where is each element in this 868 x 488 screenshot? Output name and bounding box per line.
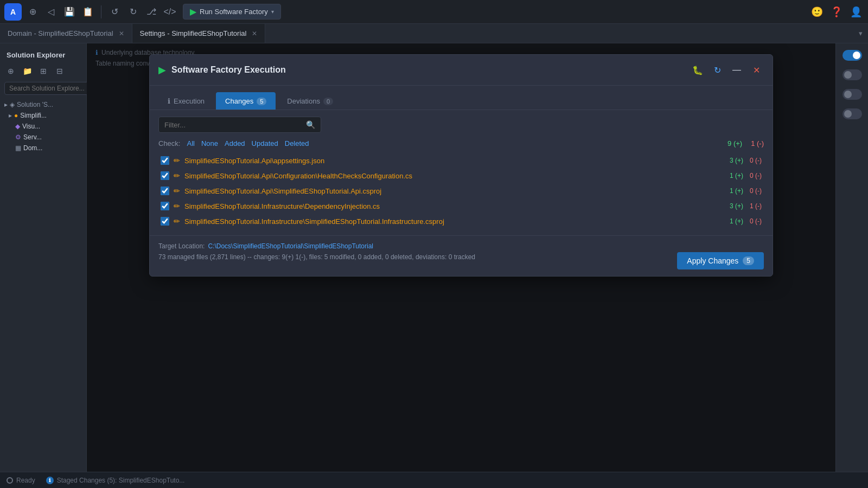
sidebar-search-input[interactable] (4, 82, 91, 95)
filter-search-icon[interactable]: 🔍 (306, 120, 315, 129)
file-name-4[interactable]: SimplifiedEShopTutorial.Infrastructure\D… (184, 202, 725, 210)
check-deleted-link[interactable]: Deleted (285, 139, 309, 147)
filter-row: 🔍 (158, 117, 764, 133)
file-edit-icon-5: ✏ (174, 217, 180, 226)
table-row: ✏ SimplifiedEShopTutorial.Api\Simplified… (158, 183, 764, 198)
tab-domain[interactable]: Domain - SimplifiedEShopTutorial ✕ (0, 24, 132, 43)
file-checkbox-4[interactable] (161, 202, 169, 210)
file-stats-5: 1 (+) 0 (-) (730, 217, 762, 225)
run-software-factory-button[interactable]: ▶ Run Software Factory ▾ (183, 4, 281, 20)
tree-item-simplified[interactable]: ▸ ● Simplifi... (0, 110, 86, 121)
dialog-minimize-button[interactable]: — (729, 62, 744, 78)
toggle-4[interactable] (843, 108, 862, 119)
file-stats-1: 3 (+) 0 (-) (730, 157, 762, 164)
file-added-5: 1 (+) (730, 217, 743, 225)
file-removed-1: 0 (-) (750, 157, 762, 164)
tab-deviations[interactable]: Deviations 0 (278, 92, 342, 110)
main-layout: Solution Explorer ⊕ 📁 ⊞ ⊟ ▸ ◈ Solution '… (0, 43, 868, 472)
check-updated-link[interactable]: Updated (252, 139, 278, 147)
toolbar-btn-redo[interactable]: ↻ (125, 4, 141, 20)
file-checkbox-3[interactable] (161, 187, 169, 195)
file-checkbox-2[interactable] (161, 171, 169, 180)
file-name-1[interactable]: SimplifiedEShopTutorial.Api\appsettings.… (184, 157, 725, 165)
sidebar-collapse-btn[interactable]: ⊟ (53, 65, 66, 78)
toolbar-btn-back[interactable]: ◁ (43, 4, 59, 20)
dialog-close-button[interactable]: ✕ (749, 62, 764, 78)
dialog-header: ▶ Software Factory Execution 🐛 ↻ — ✕ (150, 55, 773, 86)
dialog-bug-button[interactable]: 🐛 (690, 62, 705, 78)
toolbar-btn-save[interactable]: 💾 (62, 4, 77, 20)
app-logo[interactable]: A (4, 3, 22, 21)
tab-settings-label: Settings - SimplifiedEShopTutorial (140, 29, 247, 37)
toolbar-btn-code[interactable]: </> (162, 4, 177, 20)
top-toolbar: A ⊕ ◁ 💾 📋 ↺ ↻ ⎇ </> ▶ Run Software Facto… (0, 0, 868, 24)
tab-changes[interactable]: Changes 5 (216, 92, 276, 110)
tabs-row: Domain - SimplifiedEShopTutorial ✕ Setti… (0, 24, 868, 43)
file-checkbox-1[interactable] (161, 156, 169, 165)
table-row: ✏ SimplifiedEShopTutorial.Api\Configurat… (158, 168, 764, 183)
execution-tab-label: Execution (174, 97, 205, 105)
toolbar-btn-save2[interactable]: 📋 (80, 4, 95, 20)
tree-item-domain[interactable]: ▦ Dom... (0, 143, 86, 153)
dialog-tabs: ℹ Execution Changes 5 Deviations 0 (150, 86, 773, 110)
help-icon[interactable]: ❓ (829, 4, 844, 20)
tree-simplified-label: Simplifi... (20, 112, 47, 119)
toolbar-btn-branch[interactable]: ⎇ (144, 4, 159, 20)
tab-domain-close[interactable]: ✕ (119, 30, 124, 37)
tree-solution-label: Solution 'S... (17, 101, 53, 108)
account-icon[interactable]: 👤 (848, 4, 864, 20)
tree-item-service[interactable]: ⚙ Serv... (0, 132, 86, 143)
tab-execution[interactable]: ℹ Execution (158, 92, 214, 110)
check-label: Check: (158, 139, 180, 147)
dialog-title: Software Factory Execution (171, 65, 685, 75)
tab-add-button[interactable]: ▾ (853, 24, 868, 43)
execution-tab-icon: ℹ (168, 97, 170, 105)
tree-item-solution[interactable]: ▸ ◈ Solution 'S... (0, 99, 86, 110)
tab-settings-close[interactable]: ✕ (252, 30, 257, 37)
file-list: ✏ SimplifiedEShopTutorial.Api\appsetting… (158, 153, 764, 229)
toolbar-divider-1 (101, 5, 101, 18)
emoji-icon[interactable]: 🙂 (809, 4, 825, 20)
file-name-3[interactable]: SimplifiedEShopTutorial.Api\SimplifiedES… (184, 187, 725, 195)
sidebar-expand-btn[interactable]: ⊞ (37, 65, 50, 78)
toolbar-btn-undo[interactable]: ↺ (107, 4, 122, 20)
check-added-link[interactable]: Added (225, 139, 245, 147)
file-added-2: 1 (+) (730, 172, 743, 179)
toggle-2[interactable] (843, 69, 862, 80)
toolbar-btn-add[interactable]: ⊕ (25, 4, 40, 20)
total-added: 9 (+) (727, 139, 742, 147)
tree-item-visual[interactable]: ◆ Visu... (0, 121, 86, 132)
sidebar-folder-btn[interactable]: 📁 (21, 65, 34, 78)
check-none-link[interactable]: None (201, 139, 218, 147)
filter-input[interactable] (164, 121, 303, 129)
status-staged-label: Staged Changes (5): SimplifiedEShopTuto.… (57, 477, 185, 484)
status-staged: ℹ Staged Changes (5): SimplifiedEShopTut… (46, 477, 185, 484)
file-removed-3: 0 (-) (750, 187, 762, 195)
file-edit-icon-3: ✏ (174, 187, 180, 195)
file-removed-5: 0 (-) (750, 217, 762, 225)
tree-simplified-chevron: ▸ (9, 112, 12, 119)
footer-target-path[interactable]: C:\Docs\SimplifiedEShopTutorial\Simplifi… (208, 242, 373, 250)
file-removed-2: 0 (-) (750, 172, 762, 179)
tab-settings[interactable]: Settings - SimplifiedEShopTutorial ✕ (132, 24, 266, 43)
status-ready: Ready (7, 477, 35, 484)
table-row: ✏ SimplifiedEShopTutorial.Api\appsetting… (158, 153, 764, 168)
file-added-1: 3 (+) (730, 157, 743, 164)
toggle-1[interactable] (843, 50, 862, 61)
file-checkbox-5[interactable] (161, 217, 169, 226)
dialog-refresh-button[interactable]: ↻ (710, 62, 725, 78)
status-ready-label: Ready (16, 477, 35, 484)
file-name-2[interactable]: SimplifiedEShopTutorial.Api\Configuratio… (184, 172, 725, 180)
file-stats-4: 3 (+) 1 (-) (730, 202, 762, 210)
sidebar-add-btn[interactable]: ⊕ (4, 65, 17, 78)
file-added-4: 3 (+) (730, 202, 743, 210)
apply-changes-badge: 5 (743, 256, 754, 265)
dialog-header-actions: 🐛 ↻ — ✕ (690, 62, 764, 78)
file-name-5[interactable]: SimplifiedEShopTutorial.Infrastructure\S… (184, 217, 725, 226)
check-all-link[interactable]: All (187, 139, 194, 147)
status-bar: Ready ℹ Staged Changes (5): SimplifiedES… (0, 472, 868, 488)
deviations-tab-label: Deviations (287, 97, 320, 105)
toggle-3[interactable] (843, 89, 862, 100)
apply-changes-button[interactable]: Apply Changes 5 (677, 252, 764, 269)
sidebar: Solution Explorer ⊕ 📁 ⊞ ⊟ ▸ ◈ Solution '… (0, 43, 87, 472)
